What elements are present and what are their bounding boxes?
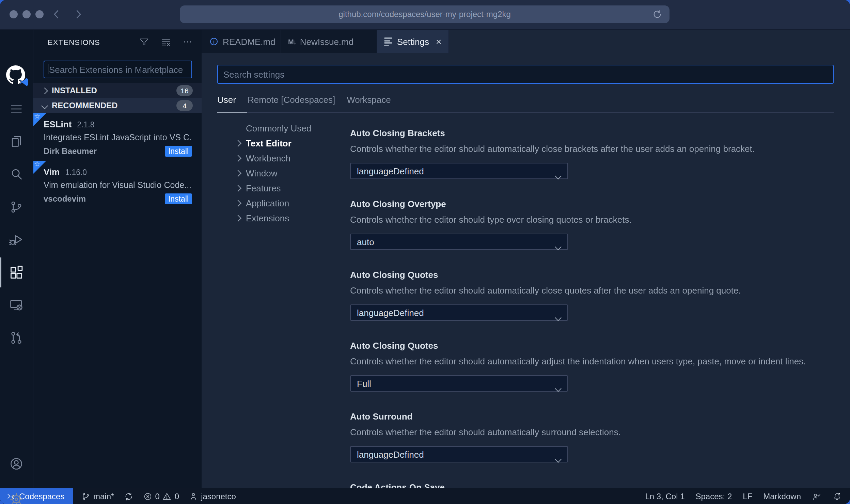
menu-button[interactable] bbox=[0, 97, 33, 121]
setting-dropdown[interactable]: languageDefined bbox=[350, 163, 568, 179]
more-actions-button[interactable] bbox=[182, 36, 193, 47]
setting-auto-closing-quotes-2: Auto Closing Quotes Controls whether the… bbox=[350, 341, 850, 392]
section-label: RECOMMENDED bbox=[52, 101, 117, 110]
setting-auto-closing-quotes: Auto Closing Quotes Controls whether the… bbox=[350, 270, 850, 321]
sync-icon bbox=[124, 491, 133, 501]
extensions-button[interactable] bbox=[0, 260, 33, 285]
user-status[interactable]: jasonetco bbox=[189, 491, 236, 501]
settings-entries: Auto Closing Brackets Controls whether t… bbox=[350, 113, 850, 488]
username: jasonetco bbox=[201, 491, 236, 501]
list-item[interactable]: ☆ Vim 1.16.0 Vim emulation for Visual St… bbox=[33, 161, 202, 208]
markdown-icon: M↓ bbox=[288, 38, 296, 45]
toc-item-text-editor[interactable]: Text Editor bbox=[234, 136, 350, 151]
clear-list-icon bbox=[160, 37, 171, 47]
editor-area: README.md M↓ NewIssue.md Settings × bbox=[202, 30, 850, 488]
editor-tabs: README.md M↓ NewIssue.md Settings × bbox=[202, 30, 850, 53]
setting-dropdown[interactable]: Full bbox=[350, 375, 568, 392]
close-window-button[interactable] bbox=[10, 10, 18, 18]
section-recommended[interactable]: RECOMMENDED 4 bbox=[33, 98, 202, 113]
close-tab-icon[interactable]: × bbox=[436, 37, 441, 46]
sync-button[interactable] bbox=[124, 491, 133, 501]
indentation[interactable]: Spaces: 2 bbox=[696, 491, 732, 501]
tab-newissue[interactable]: M↓ NewIssue.md bbox=[281, 30, 377, 53]
extensions-search-input[interactable] bbox=[44, 61, 191, 78]
setting-description: Controls whether the editor should autom… bbox=[350, 285, 850, 296]
extensions-search-box[interactable] bbox=[44, 61, 192, 78]
person-icon bbox=[189, 491, 198, 501]
problems-status[interactable]: 0 0 bbox=[143, 491, 179, 501]
feedback-button[interactable] bbox=[812, 491, 821, 501]
chevron-right-icon bbox=[235, 155, 241, 161]
source-control-button[interactable] bbox=[0, 195, 33, 219]
filter-icon bbox=[139, 37, 149, 47]
zoom-window-button[interactable] bbox=[35, 10, 44, 18]
toc-item-application[interactable]: Application bbox=[234, 195, 350, 210]
list-item[interactable]: ☆ ESLint 2.1.8 Integrates ESLint JavaScr… bbox=[33, 113, 202, 161]
account-icon bbox=[9, 456, 24, 471]
chevron-down-icon bbox=[555, 314, 562, 321]
toc-item-commonly-used[interactable]: Commonly Used bbox=[234, 121, 350, 136]
extension-publisher: vscodevim bbox=[44, 194, 165, 204]
setting-dropdown[interactable]: auto bbox=[350, 234, 568, 250]
install-button[interactable]: Install bbox=[165, 146, 192, 157]
ellipsis-icon bbox=[182, 37, 192, 47]
branch-status[interactable]: main* bbox=[81, 491, 114, 501]
extension-publisher: Dirk Baeumer bbox=[44, 146, 165, 156]
back-button[interactable] bbox=[49, 7, 64, 22]
setting-title: Auto Closing Quotes bbox=[350, 341, 850, 351]
scope-tab-user[interactable]: User bbox=[217, 94, 236, 105]
workbench: EXTENSIONS bbox=[0, 30, 850, 488]
toc-item-workbench[interactable]: Workbench bbox=[234, 151, 350, 166]
settings-search-input[interactable] bbox=[218, 65, 833, 83]
chevron-right-icon bbox=[235, 185, 241, 191]
search-icon bbox=[9, 167, 24, 182]
setting-title: Auto Closing Quotes bbox=[350, 270, 850, 281]
forward-button[interactable] bbox=[71, 7, 86, 22]
section-installed[interactable]: INSTALLED 16 bbox=[33, 83, 202, 98]
setting-description: Controls whether the editor should autom… bbox=[350, 356, 850, 367]
minimize-window-button[interactable] bbox=[22, 10, 31, 18]
address-bar[interactable]: github.com/codespaces/user-my-project-mg… bbox=[180, 5, 670, 23]
reload-icon bbox=[652, 9, 663, 20]
search-button[interactable] bbox=[0, 162, 33, 187]
remote-explorer-button[interactable] bbox=[0, 293, 33, 317]
sidebar-header: EXTENSIONS bbox=[33, 30, 202, 54]
pull-requests-button[interactable] bbox=[0, 326, 33, 350]
toc-item-extensions[interactable]: Extensions bbox=[234, 210, 350, 225]
run-debug-button[interactable] bbox=[0, 227, 33, 252]
settings-gear-button[interactable] bbox=[0, 487, 33, 504]
cursor-position[interactable]: Ln 3, Col 1 bbox=[645, 491, 684, 501]
status-bar: Codespaces main* 0 0 jasonetco Ln 3, Col bbox=[0, 488, 850, 504]
text-cursor bbox=[48, 64, 48, 74]
account-button[interactable] bbox=[0, 452, 33, 476]
language-mode[interactable]: Markdown bbox=[763, 491, 801, 501]
tab-readme[interactable]: README.md bbox=[202, 30, 281, 53]
active-scope-underline bbox=[217, 112, 247, 113]
clear-extensions-search-button[interactable] bbox=[160, 36, 171, 47]
settings-search-box[interactable] bbox=[217, 65, 834, 84]
eol-sequence[interactable]: LF bbox=[743, 491, 752, 501]
debug-icon bbox=[9, 232, 24, 247]
warning-icon bbox=[162, 491, 172, 501]
info-icon bbox=[208, 36, 219, 47]
feedback-icon bbox=[812, 491, 821, 501]
toc-item-features[interactable]: Features bbox=[234, 180, 350, 195]
setting-description: Controls whether the editor should autom… bbox=[350, 427, 850, 438]
setting-auto-closing-overtype: Auto Closing Overtype Controls whether t… bbox=[350, 199, 850, 250]
notifications-button[interactable] bbox=[832, 491, 842, 501]
install-button[interactable]: Install bbox=[165, 193, 192, 204]
chevron-down-icon bbox=[41, 102, 48, 109]
browser-window: github.com/codespaces/user-my-project-mg… bbox=[0, 0, 850, 504]
explorer-button[interactable] bbox=[0, 129, 33, 154]
scope-tab-workspace[interactable]: Workspace bbox=[347, 94, 391, 105]
git-branch-icon bbox=[81, 491, 91, 501]
setting-dropdown[interactable]: languageDefined bbox=[350, 446, 568, 462]
chevron-right-icon bbox=[235, 170, 241, 176]
setting-dropdown[interactable]: languageDefined bbox=[350, 304, 568, 321]
toc-item-window[interactable]: Window bbox=[234, 166, 350, 180]
scope-tab-remote[interactable]: Remote [Codespaces] bbox=[248, 94, 335, 105]
filter-extensions-button[interactable] bbox=[138, 36, 149, 47]
reload-button[interactable] bbox=[652, 9, 663, 20]
branch-name: main* bbox=[93, 491, 114, 501]
tab-settings[interactable]: Settings × bbox=[377, 30, 449, 53]
